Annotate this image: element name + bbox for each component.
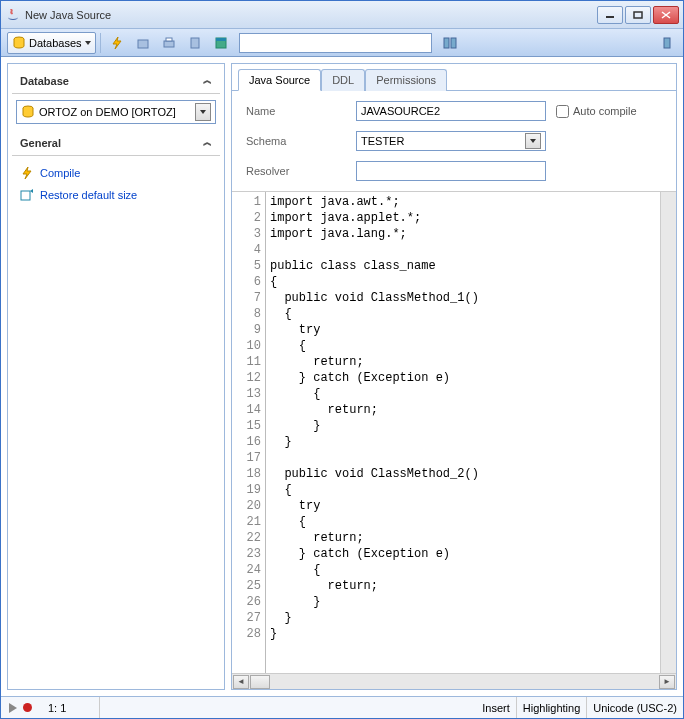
status-encoding[interactable]: Unicode (USC-2) xyxy=(587,697,683,718)
line-gutter: 1234567891011121314151617181920212223242… xyxy=(232,192,266,673)
tab-label: Java Source xyxy=(249,74,310,86)
section-title: Database xyxy=(20,75,69,87)
restore-icon xyxy=(20,188,34,202)
status-insert[interactable]: Insert xyxy=(476,697,517,718)
chevron-up-icon: ︽ xyxy=(203,136,212,149)
cursor-position: 1: 1 xyxy=(40,697,100,718)
toolbar-button-2[interactable] xyxy=(131,32,155,54)
section-body-database: ORTOZ on DEMO [ORTOZ] xyxy=(12,94,220,130)
connection-value: ORTOZ on DEMO [ORTOZ] xyxy=(39,106,176,118)
svg-rect-0 xyxy=(606,16,614,18)
toolbar-combo[interactable] xyxy=(239,33,432,53)
scroll-thumb[interactable] xyxy=(250,675,270,689)
svg-rect-3 xyxy=(138,40,148,48)
dropdown-arrow-icon xyxy=(195,103,211,121)
tab-permissions[interactable]: Permissions xyxy=(365,69,447,91)
databases-dropdown[interactable]: Databases xyxy=(7,32,96,54)
database-icon xyxy=(21,105,35,119)
svg-rect-9 xyxy=(444,38,449,48)
svg-rect-1 xyxy=(634,12,642,18)
svg-rect-11 xyxy=(664,38,670,48)
svg-rect-5 xyxy=(166,38,172,41)
dropdown-arrow-icon xyxy=(525,133,541,149)
link-label: Restore default size xyxy=(40,189,137,201)
auto-compile-label: Auto compile xyxy=(573,105,637,117)
status-highlighting[interactable]: Highlighting xyxy=(517,697,587,718)
section-title: General xyxy=(20,137,61,149)
close-button[interactable] xyxy=(653,6,679,24)
main-panel: Java Source DDL Permissions Name Auto co… xyxy=(231,63,677,690)
database-connection-select[interactable]: ORTOZ on DEMO [ORTOZ] xyxy=(16,100,216,124)
database-icon xyxy=(12,36,26,50)
lightning-icon xyxy=(110,36,124,50)
auto-compile-checkbox[interactable] xyxy=(556,105,569,118)
scroll-left-button[interactable]: ◄ xyxy=(233,675,249,689)
resolver-field[interactable] xyxy=(356,161,546,181)
svg-rect-6 xyxy=(191,38,199,48)
form-area: Name Auto compile Schema TESTER Resolver xyxy=(232,91,676,192)
section-body-general: Compile Restore default size xyxy=(12,156,220,212)
auto-compile-option[interactable]: Auto compile xyxy=(556,105,662,118)
titlebar[interactable]: New Java Source xyxy=(1,1,683,29)
statusbar: 1: 1 Insert Highlighting Unicode (USC-2) xyxy=(1,696,683,718)
svg-rect-8 xyxy=(216,38,226,41)
lightning-icon xyxy=(20,166,34,180)
window-icon xyxy=(214,36,228,50)
folder-icon xyxy=(136,36,150,50)
maximize-button[interactable] xyxy=(625,6,651,24)
section-header-database[interactable]: Database ︽ xyxy=(12,68,220,94)
chevron-down-icon xyxy=(85,41,91,45)
databases-label: Databases xyxy=(29,37,82,49)
scroll-right-button[interactable]: ► xyxy=(659,675,675,689)
name-field[interactable] xyxy=(356,101,546,121)
content-area: Database ︽ ORTOZ on DEMO [ORTOZ] General… xyxy=(1,57,683,696)
panel-icon xyxy=(443,36,457,50)
lightning-button[interactable] xyxy=(105,32,129,54)
window-title: New Java Source xyxy=(25,9,597,21)
chevron-up-icon: ︽ xyxy=(203,74,212,87)
toolbar: Databases xyxy=(1,29,683,57)
schema-label: Schema xyxy=(246,135,356,147)
tab-java-source[interactable]: Java Source xyxy=(238,69,321,91)
toolbar-end-button[interactable] xyxy=(657,32,677,54)
tab-label: Permissions xyxy=(376,74,436,86)
separator xyxy=(100,33,101,53)
minimize-button[interactable] xyxy=(597,6,623,24)
schema-select[interactable]: TESTER xyxy=(356,131,546,151)
svg-rect-4 xyxy=(164,41,174,47)
resolver-label: Resolver xyxy=(246,165,356,177)
play-icon[interactable] xyxy=(9,703,17,713)
tabs: Java Source DDL Permissions xyxy=(232,64,676,91)
print-icon xyxy=(162,36,176,50)
java-icon xyxy=(5,7,21,23)
vertical-scrollbar[interactable] xyxy=(660,192,676,673)
name-label: Name xyxy=(246,105,356,117)
svg-rect-10 xyxy=(451,38,456,48)
collapse-icon xyxy=(662,36,672,50)
code-text[interactable]: import java.awt.*;import java.applet.*;i… xyxy=(266,192,660,673)
tab-label: DDL xyxy=(332,74,354,86)
window: New Java Source Databases Database ︽ xyxy=(0,0,684,719)
book-icon xyxy=(188,36,202,50)
restore-default-size-link[interactable]: Restore default size xyxy=(16,184,216,206)
link-label: Compile xyxy=(40,167,80,179)
toolbar-button-4[interactable] xyxy=(183,32,207,54)
sidebar: Database ︽ ORTOZ on DEMO [ORTOZ] General… xyxy=(7,63,225,690)
schema-value: TESTER xyxy=(361,135,404,147)
horizontal-scrollbar[interactable]: ◄ ► xyxy=(232,673,676,689)
record-icon[interactable] xyxy=(23,703,32,712)
toolbar-button-5[interactable] xyxy=(209,32,233,54)
toolbar-button-6[interactable] xyxy=(438,32,462,54)
window-buttons xyxy=(597,6,679,24)
code-editor[interactable]: 1234567891011121314151617181920212223242… xyxy=(232,192,676,673)
status-play-controls xyxy=(1,703,40,713)
svg-rect-13 xyxy=(21,191,30,200)
tab-ddl[interactable]: DDL xyxy=(321,69,365,91)
section-header-general[interactable]: General ︽ xyxy=(12,130,220,156)
compile-link[interactable]: Compile xyxy=(16,162,216,184)
toolbar-button-3[interactable] xyxy=(157,32,181,54)
